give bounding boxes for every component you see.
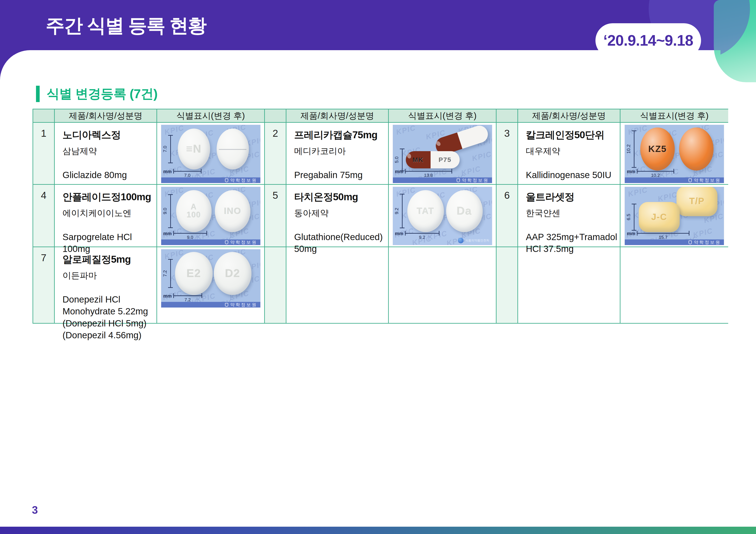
size-ruler-vertical: 9.2 (399, 194, 405, 228)
item-number: 2 (265, 123, 286, 185)
date-range-text: ‘20.9.14~9.18 (603, 32, 693, 49)
company-name: 에이치케이이노엔 (63, 207, 154, 219)
item-photo-cell: KPICKPICKPICKPICKPICKPICKPICKPICKPICKPIC… (620, 123, 728, 185)
source-bar: 약학정보원 (625, 177, 724, 183)
size-ruler-horizontal: mm15.7 (637, 231, 689, 240)
corner-circle-decoration (720, 0, 750, 59)
capsule-pill: MKP75 (406, 151, 460, 168)
ingredient-name: Pregabalin 75mg (294, 169, 386, 181)
source-bar: 약학정보원 (161, 302, 260, 308)
kpic-watermark: KPIC (657, 190, 678, 203)
size-label-vertical: 7.0 (162, 146, 168, 152)
product-name: 알로페질정5mg (63, 253, 154, 266)
tablet-imprint: A100 (187, 203, 201, 219)
round-tablet: Da (446, 190, 483, 232)
item-photo-cell: KPICKPICKPICKPICKPICKPICKPICKPICKPICKPIC… (389, 123, 497, 185)
drug-table: 제품/회사명/성분명식별표시(변경 후)제품/회사명/성분명식별표시(변경 후)… (33, 109, 728, 324)
source-logo-icon (688, 241, 692, 244)
product-name: 안플레이드정100mg (63, 191, 154, 204)
empty-number-cell (497, 247, 518, 324)
item-photo-cell: KPICKPICKPICKPICKPICKPICKPICKPICKPICKPIC… (157, 123, 265, 185)
round-tablet: INO (215, 190, 251, 232)
item-photo-cell: KPICKPICKPICKPICKPICKPICKPICKPICKPICKPIC… (157, 185, 265, 247)
item-number: 4 (33, 185, 55, 247)
item-photo-cell: KPICKPICKPICKPICKPICKPICKPICKPICKPICKPIC… (389, 185, 497, 247)
tablet-imprint: D2 (225, 267, 240, 279)
capsule-gloss-highlight (435, 140, 441, 147)
capsule-cap: MK (406, 151, 431, 168)
company-name: 대우제약 (526, 145, 618, 157)
section-title-bar (36, 86, 40, 102)
source-bar: 약학정보원 (161, 240, 260, 245)
size-label-vertical: 7.2 (162, 270, 168, 277)
size-ruler-horizontal: mm13.8 (405, 169, 452, 177)
source-label: 약학정보원 (230, 302, 257, 308)
kpic-watermark: KPIC (163, 125, 185, 137)
item-number: 1 (33, 123, 55, 185)
mfds-logo-icon (458, 238, 464, 243)
size-label-horizontal: 13.8 (405, 173, 452, 178)
tablet-imprint: ≡N (186, 143, 202, 155)
item-info-cell: 울트라셋정한국얀센AAP 325mg+TramadolHCl 37.5mg (518, 185, 620, 247)
tablet-imprint: INO (224, 207, 241, 216)
item-photo-cell: KPICKPICKPICKPICKPICKPICKPICKPICKPICKPIC… (620, 185, 728, 247)
product-name: 노디아렉스정 (63, 128, 154, 142)
empty-cell (518, 247, 620, 324)
round-tablet (217, 129, 249, 169)
pill-photo: KPICKPICKPICKPICKPICKPICKPICKPICKPICKPIC… (625, 125, 724, 183)
source-label: 약학정보원 (694, 177, 721, 183)
ingredient-name: Donepezil HClMonohydrate 5.22mg(Donepezi… (63, 293, 154, 341)
item-number: 7 (33, 247, 55, 324)
product-name: 울트라셋정 (526, 191, 618, 204)
item-info-cell: 프레리카캡슐75mg메디카코리아Pregabalin 75mg (286, 123, 389, 185)
empty-cell (620, 247, 728, 324)
header-cell-mark: 식별표시(변경 후) (389, 109, 497, 123)
product-name: 프레리카캡슐75mg (294, 128, 386, 142)
size-label-horizontal: 15.7 (637, 235, 689, 240)
empty-number-cell (265, 247, 286, 324)
tablet-imprint: T/P (689, 196, 705, 206)
source-logo-icon (225, 241, 228, 244)
size-ruler-horizontal: mm7.2 (173, 293, 202, 302)
slide-page: 주간 식별 등록 현황 ‘20.9.14~9.18 식별 변경등록 (7건) 제… (0, 0, 756, 534)
source-bar: 약학정보원 (625, 240, 724, 245)
pill-photo: KPICKPICKPICKPICKPICKPICKPICKPICKPICKPIC… (161, 187, 260, 245)
page-title: 주간 식별 등록 현황 (46, 13, 206, 38)
ingredient-name: Kallidinogenase 50IU (526, 169, 618, 181)
kpic-watermark: KPIC (471, 150, 492, 163)
kpic-watermark: KPIC (627, 187, 649, 198)
date-range-badge: ‘20.9.14~9.18 (595, 23, 701, 58)
source-logo-icon (688, 179, 692, 182)
source-logo-icon (225, 179, 228, 182)
size-ruler-vertical: 6.5 (631, 204, 637, 231)
capsule-imprint: MK (413, 157, 424, 163)
round-tablet: A100 (176, 190, 212, 232)
ingredient-name: Gliclazide 80mg (63, 169, 154, 181)
tablet-imprint: TAT (417, 207, 434, 216)
header-cell-empty (265, 109, 286, 123)
unit-label: mm (627, 231, 635, 237)
source-logo-icon (225, 303, 228, 307)
size-label-vertical: 6.5 (626, 214, 632, 220)
pill-photo: KPICKPICKPICKPICKPICKPICKPICKPICKPICKPIC… (393, 125, 492, 183)
squircle-tablet: J-C (639, 202, 680, 232)
size-ruler-vertical: 7.0 (168, 135, 173, 163)
section-title: 식별 변경등록 (7건) (46, 86, 157, 102)
unit-label: mm (395, 231, 403, 237)
footer-gradient-bar (0, 527, 756, 534)
size-ruler-vertical: 10.2 (631, 131, 637, 168)
size-label-horizontal: 7.0 (173, 173, 202, 178)
size-label-horizontal: 7.2 (173, 297, 202, 302)
corner-circle-clip (720, 0, 756, 86)
size-label-vertical: 9.0 (162, 208, 168, 215)
header-cell-mark: 식별표시(변경 후) (620, 109, 728, 123)
header-cell-empty (497, 109, 518, 123)
company-name: 이든파마 (63, 269, 154, 281)
pill-photo: KPICKPICKPICKPICKPICKPICKPICKPICKPICKPIC… (625, 187, 724, 245)
company-name: 삼남제약 (63, 145, 154, 157)
round-tablet: KZ5 (640, 127, 675, 170)
size-label-horizontal: 9.2 (405, 235, 440, 240)
unit-label: mm (163, 169, 172, 174)
round-tablet: E2 (175, 252, 213, 295)
item-info-cell: 타치온정50mg동아제약Glutathione(Reduced)50mg (286, 185, 389, 247)
